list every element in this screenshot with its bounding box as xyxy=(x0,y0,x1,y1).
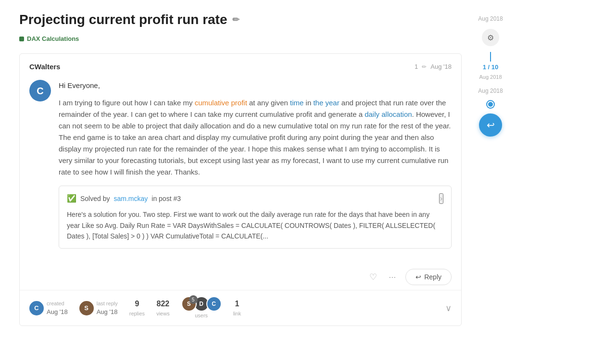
fab-reply-button[interactable]: ↩ xyxy=(479,113,502,137)
post-date: Aug '18 xyxy=(430,62,452,72)
users-label: users xyxy=(195,312,208,320)
category-label: DAX Calculations xyxy=(27,34,79,44)
solved-box: ✅ Solved by sam.mckay in post #3 › Here'… xyxy=(59,186,452,249)
views-stat: 822 views xyxy=(156,298,170,318)
sidebar-date-top: Aug 2018 xyxy=(478,14,503,23)
post-edit-icon: ✏ xyxy=(422,63,427,71)
last-reply-date: Aug '18 xyxy=(97,307,118,317)
reply-icon: ↩ xyxy=(416,273,421,281)
solved-header: ✅ Solved by sam.mckay in post #3 › xyxy=(67,193,443,204)
post-body-text: I am trying to figure out how I can take… xyxy=(59,97,452,178)
reply-button[interactable]: ↩ Reply xyxy=(405,269,452,285)
replies-count: 9 xyxy=(135,298,139,310)
progress-tracker: 1 / 10 Aug 2018 xyxy=(479,52,502,81)
title-text: Projecting current profit run rate xyxy=(19,10,227,30)
more-icon: ··· xyxy=(389,272,396,282)
user-avatar-1: S 5 xyxy=(181,296,197,312)
views-label: views xyxy=(156,310,170,318)
post-body: C Hi Everyone, I am trying to figure out… xyxy=(20,72,461,264)
post-card: CWalters 1 ✏ Aug '18 C Hi Everyone, I am… xyxy=(19,53,462,326)
post-number: 1 xyxy=(415,62,418,72)
post-footer: C created Aug '18 S xyxy=(20,290,461,326)
more-button[interactable]: ··· xyxy=(387,270,398,284)
solved-check-icon: ✅ xyxy=(67,193,76,204)
sidebar-date-bottom: Aug 2018 xyxy=(478,87,503,95)
post-greeting: Hi Everyone, xyxy=(59,80,452,91)
like-button[interactable]: ♡ xyxy=(367,270,379,284)
category-badge[interactable]: DAX Calculations xyxy=(19,34,79,44)
solved-user-link[interactable]: sam.mckay xyxy=(113,194,148,204)
progress-line xyxy=(490,52,491,62)
last-reply-label: last reply xyxy=(97,300,118,308)
solved-by-text: Solved by xyxy=(80,194,110,204)
reply-label: Reply xyxy=(424,273,441,281)
edit-title-icon[interactable]: ✏ xyxy=(232,13,239,26)
created-label: created xyxy=(47,300,68,308)
author-avatar: C xyxy=(29,80,51,101)
user-avatar-3: C xyxy=(206,296,222,312)
footer-meta: C created Aug '18 S xyxy=(29,296,241,320)
settings-icon: ⚙ xyxy=(487,33,494,42)
solved-label: ✅ Solved by sam.mckay in post #3 xyxy=(67,193,181,204)
post-header: CWalters 1 ✏ Aug '18 xyxy=(20,54,461,73)
users-stat: S 5 D C users xyxy=(181,296,222,320)
sidebar-indicator-dot xyxy=(487,101,494,108)
last-reply-avatar: S xyxy=(79,301,94,315)
last-reply-avatar-letter: S xyxy=(84,303,88,313)
created-meta: C created Aug '18 xyxy=(29,300,68,317)
link-count: 1 xyxy=(235,298,239,310)
solved-collapse-btn[interactable]: › xyxy=(439,193,443,204)
solved-post-ref: in post #3 xyxy=(151,194,181,204)
post-actions: ♡ ··· ↩ Reply xyxy=(20,264,461,290)
avatar-letter: C xyxy=(37,84,43,98)
last-reply-meta: S last reply Aug '18 xyxy=(79,300,118,317)
avatar-wrapper: C xyxy=(29,80,51,256)
expand-button[interactable]: ∨ xyxy=(445,303,452,314)
post-author: CWalters xyxy=(29,62,60,73)
avatar-badge: 5 xyxy=(189,295,198,304)
progress-fraction: 1 / 10 xyxy=(483,63,499,72)
progress-date: Aug 2018 xyxy=(479,73,502,81)
created-date: Aug '18 xyxy=(47,307,68,317)
category-dot xyxy=(19,37,24,41)
post-content-area: Hi Everyone, I am trying to figure out h… xyxy=(59,80,452,256)
post-meta: 1 ✏ Aug '18 xyxy=(415,62,452,72)
replies-stat: 9 replies xyxy=(129,298,145,318)
settings-button[interactable]: ⚙ xyxy=(482,29,499,46)
views-count: 822 xyxy=(157,298,170,310)
solved-preview-text: Here's a solution for you. Two step. Fir… xyxy=(67,209,443,241)
user-avatars: S 5 D C xyxy=(181,296,222,312)
page-title: Projecting current profit run rate ✏ xyxy=(19,10,462,30)
created-avatar-letter: C xyxy=(34,303,38,313)
sidebar: Aug 2018 ⚙ 1 / 10 Aug 2018 Aug 2018 ↩ xyxy=(471,10,510,326)
replies-label: replies xyxy=(129,310,145,318)
fab-reply-icon: ↩ xyxy=(487,119,495,131)
like-icon: ♡ xyxy=(369,272,377,282)
link-stat: 1 link xyxy=(233,298,241,318)
created-avatar: C xyxy=(29,301,44,315)
link-label: link xyxy=(233,310,241,318)
